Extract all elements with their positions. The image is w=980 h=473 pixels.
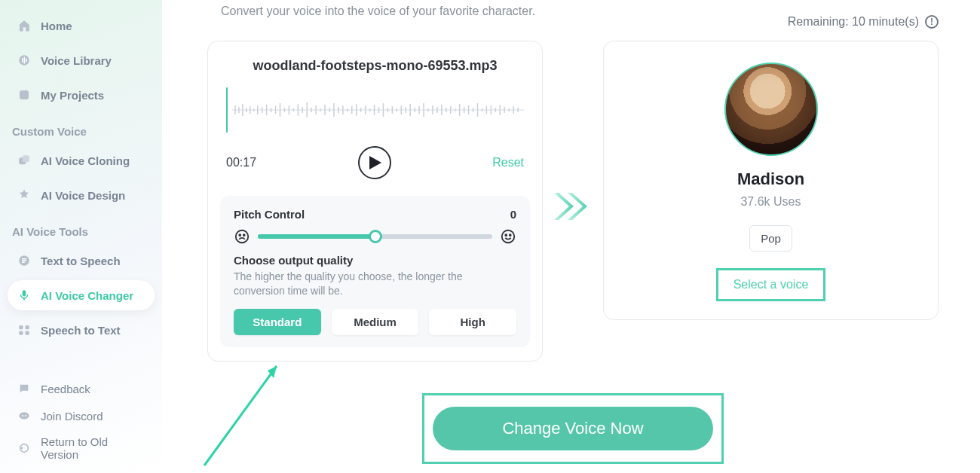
sidebar-item-speech-to-text[interactable]: Speech to Text [8, 315, 155, 345]
voice-card: Madison 37.6k Uses Pop Select a voice [603, 41, 939, 320]
sidebar-item-voice-library[interactable]: Voice Library [8, 45, 155, 75]
sidebar-item-feedback[interactable]: Feedback [8, 377, 155, 401]
info-icon[interactable]: ! [925, 15, 939, 29]
reset-button[interactable]: Reset [492, 156, 524, 169]
cta-highlight: Change Voice Now [422, 393, 724, 464]
sidebar-section-ai-voice-tools: AI Voice Tools [8, 215, 155, 246]
timecode: 00:17 [226, 156, 256, 169]
svg-point-88 [505, 234, 507, 236]
svg-point-14 [19, 412, 29, 419]
playhead-cursor[interactable] [226, 87, 228, 133]
sidebar-item-label: Join Discord [41, 410, 103, 423]
svg-rect-1 [22, 58, 23, 63]
waveform[interactable] [217, 90, 533, 130]
remaining-minutes: Remaining: 10 minute(s) ! [788, 15, 939, 29]
pitch-low-icon [234, 228, 250, 245]
svg-rect-13 [26, 331, 29, 335]
sidebar-item-label: AI Voice Changer [41, 289, 133, 302]
svg-rect-11 [26, 325, 29, 329]
stt-icon [17, 322, 32, 337]
return-icon [17, 441, 32, 456]
svg-point-16 [25, 415, 26, 417]
sidebar-item-ai-voice-cloning[interactable]: AI Voice Cloning [8, 145, 155, 175]
home-icon [17, 18, 32, 33]
quality-btn-standard[interactable]: Standard [234, 309, 321, 335]
discord-icon [17, 408, 32, 423]
change-voice-button[interactable]: Change Voice Now [433, 407, 713, 450]
sidebar-item-return-old-version[interactable]: Return to Old Version [8, 431, 155, 465]
svg-point-84 [236, 230, 249, 243]
tts-icon [17, 253, 32, 268]
sidebar-item-label: Speech to Text [41, 324, 121, 337]
svg-rect-2 [24, 57, 26, 64]
sidebar-item-label: AI Voice Cloning [41, 154, 130, 167]
voice-tag: Pop [749, 225, 792, 252]
svg-rect-12 [19, 331, 23, 335]
library-icon [17, 53, 32, 68]
sidebar-item-label: Feedback [41, 383, 90, 395]
source-audio-card: woodland-footsteps-mono-69553.mp3 00:17 … [207, 41, 543, 362]
quality-title: Choose output quality [234, 254, 516, 267]
svg-rect-6 [23, 155, 29, 162]
quality-btn-medium[interactable]: Medium [332, 309, 419, 335]
svg-point-86 [243, 234, 245, 236]
svg-rect-4 [20, 90, 29, 99]
sidebar: Home Voice Library My Projects Custom Vo… [0, 0, 162, 473]
select-voice-button[interactable]: Select a voice [716, 268, 826, 301]
mic-icon [17, 288, 32, 303]
svg-rect-8 [23, 290, 26, 296]
sidebar-item-join-discord[interactable]: Join Discord [8, 404, 155, 428]
svg-line-90 [204, 366, 277, 465]
cloning-icon [17, 153, 32, 168]
pitch-value: 0 [510, 208, 516, 221]
projects-icon [17, 87, 32, 102]
sidebar-item-label: Return to Old Version [41, 435, 145, 461]
svg-rect-3 [26, 59, 27, 63]
sidebar-item-home[interactable]: Home [8, 11, 155, 41]
voice-uses: 37.6k Uses [613, 195, 929, 209]
svg-rect-9 [23, 298, 25, 301]
voice-avatar[interactable] [724, 63, 818, 156]
sidebar-item-ai-voice-changer[interactable]: AI Voice Changer [8, 280, 155, 310]
svg-rect-10 [19, 325, 23, 329]
sidebar-section-custom-voice: Custom Voice [8, 114, 155, 145]
svg-point-85 [239, 234, 240, 236]
pitch-control-label: Pitch Control [234, 208, 305, 221]
quality-options: StandardMediumHigh [234, 309, 516, 335]
source-filename: woodland-footsteps-mono-69553.mp3 [217, 58, 533, 74]
remaining-text: Remaining: 10 minute(s) [788, 15, 919, 29]
quality-btn-high[interactable]: High [429, 309, 516, 335]
play-icon [369, 156, 381, 169]
sidebar-item-label: Voice Library [41, 54, 112, 67]
main-content: Convert your voice into the voice of you… [162, 0, 980, 473]
design-icon [17, 188, 32, 203]
sidebar-item-label: Text to Speech [41, 255, 121, 267]
sidebar-item-ai-voice-design[interactable]: AI Voice Design [8, 180, 155, 210]
sidebar-item-label: AI Voice Design [41, 189, 125, 202]
settings-panel: Pitch Control 0 Choose output quality Th… [220, 196, 530, 347]
voice-name: Madison [613, 169, 929, 189]
pitch-high-icon [500, 228, 516, 245]
sidebar-item-my-projects[interactable]: My Projects [8, 80, 155, 110]
pitch-slider[interactable] [258, 234, 492, 239]
transform-arrow-icon [554, 190, 593, 226]
svg-point-87 [502, 230, 515, 243]
play-button[interactable] [358, 146, 391, 179]
annotation-arrow-icon [198, 359, 289, 471]
feedback-icon [17, 381, 32, 396]
sidebar-item-label: Home [41, 20, 72, 32]
sidebar-item-text-to-speech[interactable]: Text to Speech [8, 246, 155, 276]
svg-point-89 [510, 234, 511, 236]
svg-point-15 [22, 415, 23, 417]
page-subtitle: Convert your voice into the voice of you… [221, 5, 535, 18]
quality-hint: The higher the quality you choose, the l… [234, 270, 516, 298]
sidebar-item-label: My Projects [41, 89, 104, 102]
